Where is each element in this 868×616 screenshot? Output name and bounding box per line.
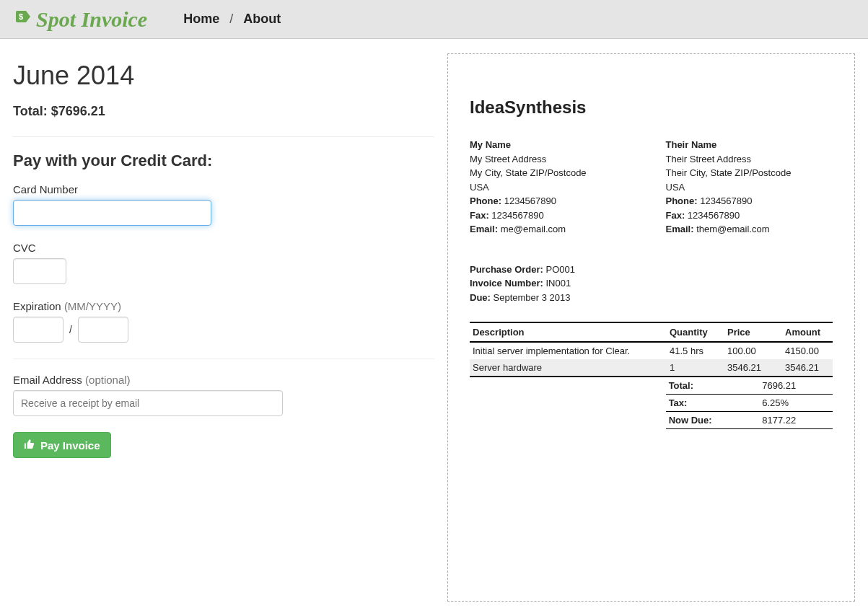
now-due-label: Now Due:	[666, 412, 760, 429]
addresses: My Name My Street Address My City, State…	[470, 138, 833, 237]
table-row: Initial server implementation for Clear.…	[470, 342, 833, 359]
nav: Home / About	[183, 12, 281, 27]
pay-heading: Pay with your Credit Card:	[13, 151, 434, 170]
nav-home[interactable]: Home	[183, 12, 219, 27]
invoice-meta: Purchase Order: PO001 Invoice Number: IN…	[470, 263, 833, 305]
invoice-document: IdeaSynthesis My Name My Street Address …	[447, 53, 855, 602]
invoice-panel: IdeaSynthesis My Name My Street Address …	[447, 53, 868, 602]
expiration-hint: (MM/YYYY)	[64, 300, 121, 312]
po-value: PO001	[546, 264, 575, 275]
col-amount: Amount	[782, 322, 833, 342]
to-email: them@email.com	[696, 224, 769, 234]
tax-value: 6.25%	[759, 395, 833, 412]
expiration-row: Expiration (MM/YYYY) /	[13, 300, 434, 343]
invoice-number-value: IN001	[545, 278, 571, 289]
tax-label: Tax:	[666, 395, 760, 412]
col-quantity: Quantity	[667, 322, 724, 342]
to-phone: 1234567890	[700, 195, 752, 206]
nav-about[interactable]: About	[243, 12, 281, 27]
totals: Total: 7696.21 Tax: 6.25% Now Due: 8177.…	[666, 377, 833, 429]
item-amount: 3546.21	[782, 359, 833, 377]
to-name: Their Name	[666, 138, 833, 152]
topbar: $ Spot Invoice Home / About	[0, 0, 868, 39]
to-fax-label: Fax:	[666, 210, 685, 221]
pay-invoice-label: Pay Invoice	[40, 439, 100, 452]
card-number-input[interactable]	[13, 200, 211, 226]
item-price: 3546.21	[724, 359, 782, 377]
to-street: Their Street Address	[666, 152, 833, 167]
exp-month-input[interactable]	[13, 317, 63, 343]
payment-panel: June 2014 Total: $7696.21 Pay with your …	[0, 53, 447, 602]
invoice-company: IdeaSynthesis	[470, 97, 833, 118]
item-amount: 4150.00	[782, 342, 833, 359]
card-number-label: Card Number	[13, 183, 434, 195]
cvc-row: CVC	[13, 242, 434, 284]
divider	[13, 358, 434, 359]
logo-text: Spot Invoice	[36, 9, 147, 30]
total-label: Total:	[666, 377, 760, 395]
due-date-label: Due:	[470, 292, 491, 303]
from-email-label: Email:	[470, 224, 498, 234]
email-input[interactable]	[13, 390, 283, 416]
item-qty: 1	[667, 359, 724, 377]
from-phone: 1234567890	[504, 195, 556, 206]
page: June 2014 Total: $7696.21 Pay with your …	[0, 39, 868, 616]
expiration-label: Expiration (MM/YYYY)	[13, 300, 434, 312]
total-label: Total:	[13, 104, 48, 118]
svg-text:$: $	[19, 12, 23, 21]
from-phone-label: Phone:	[470, 195, 501, 206]
total-line: Total: $7696.21	[13, 104, 434, 119]
from-fax-label: Fax:	[470, 210, 489, 221]
pay-invoice-button[interactable]: Pay Invoice	[13, 432, 111, 458]
item-desc: Initial server implementation for Clear.	[470, 342, 667, 359]
due-date-value: September 3 2013	[494, 292, 571, 303]
thumbs-up-icon	[24, 439, 35, 452]
nav-separator: /	[229, 12, 233, 27]
expiration-label-text: Expiration	[13, 300, 64, 312]
page-title: June 2014	[13, 61, 434, 91]
po-label: Purchase Order:	[470, 264, 543, 275]
from-email: me@email.com	[501, 224, 566, 234]
to-city: Their City, State ZIP/Postcode	[666, 166, 833, 180]
from-street: My Street Address	[470, 152, 637, 167]
to-phone-label: Phone:	[666, 195, 698, 206]
col-description: Description	[470, 322, 667, 342]
cvc-input[interactable]	[13, 258, 66, 284]
card-number-row: Card Number	[13, 183, 434, 226]
total-value: 7696.21	[759, 377, 833, 395]
exp-year-input[interactable]	[78, 317, 128, 343]
from-name: My Name	[470, 138, 637, 152]
item-qty: 41.5 hrs	[667, 342, 724, 359]
item-price: 100.00	[724, 342, 782, 359]
logo-tag-icon: $	[14, 9, 32, 30]
logo[interactable]: $ Spot Invoice	[14, 9, 147, 30]
total-value: $7696.21	[51, 104, 105, 118]
to-email-label: Email:	[666, 224, 694, 234]
item-desc: Server hardware	[470, 359, 667, 377]
cvc-label: CVC	[13, 242, 434, 254]
email-label: Email Address (optional)	[13, 374, 434, 386]
exp-separator: /	[69, 324, 72, 335]
email-row: Email Address (optional)	[13, 374, 434, 416]
from-city: My City, State ZIP/Postcode	[470, 166, 637, 180]
to-fax: 1234567890	[688, 210, 740, 221]
email-label-text: Email Address	[13, 374, 85, 386]
from-fax: 1234567890	[491, 210, 543, 221]
email-hint: (optional)	[85, 374, 131, 386]
col-price: Price	[724, 322, 782, 342]
table-row: Server hardware 1 3546.21 3546.21	[470, 359, 833, 377]
items-table: Description Quantity Price Amount Initia…	[470, 322, 833, 377]
to-address: Their Name Their Street Address Their Ci…	[666, 138, 833, 237]
divider	[13, 136, 434, 137]
from-address: My Name My Street Address My City, State…	[470, 138, 637, 237]
now-due-value: 8177.22	[759, 412, 833, 429]
from-country: USA	[470, 180, 637, 195]
invoice-number-label: Invoice Number:	[470, 278, 543, 289]
to-country: USA	[666, 180, 833, 195]
